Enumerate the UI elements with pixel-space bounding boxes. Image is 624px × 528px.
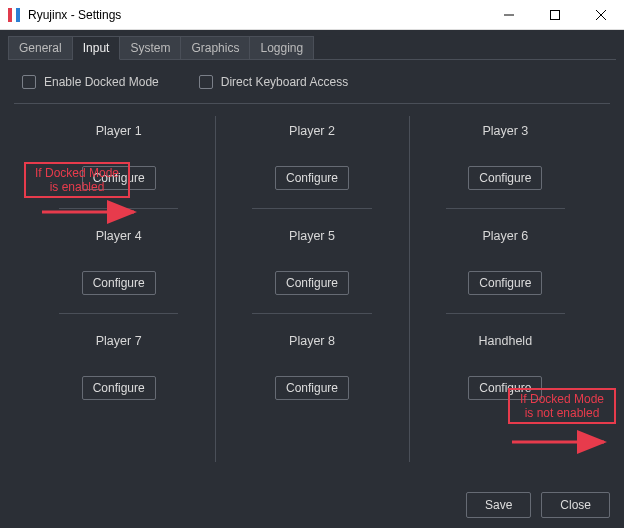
handheld-configure-button[interactable]: Configure [468,376,542,400]
player-2-configure-button[interactable]: Configure [275,166,349,190]
player-7-configure-button[interactable]: Configure [82,376,156,400]
player-3-configure-button[interactable]: Configure [468,166,542,190]
player-label: Player 3 [482,124,528,138]
player-8-configure-button[interactable]: Configure [275,376,349,400]
player-label: Player 7 [96,334,142,348]
player-label: Player 6 [482,229,528,243]
player-2-cell: Player 2 Configure [229,110,394,215]
direct-keyboard-access-checkbox[interactable]: Direct Keyboard Access [199,75,348,89]
player-label: Player 4 [96,229,142,243]
enable-docked-mode-label: Enable Docked Mode [44,75,159,89]
tab-logging[interactable]: Logging [250,36,314,60]
player-1-cell: Player 1 Configure [36,110,201,215]
svg-rect-3 [551,11,560,20]
player-1-configure-button[interactable]: Configure [82,166,156,190]
window-title: Ryujinx - Settings [28,8,121,22]
tab-system[interactable]: System [120,36,181,60]
svg-rect-0 [8,8,12,22]
svg-rect-1 [16,8,20,22]
maximize-button[interactable] [532,0,578,30]
window-titlebar: Ryujinx - Settings [0,0,624,30]
close-window-button[interactable] [578,0,624,30]
app-icon [6,7,22,23]
direct-keyboard-access-label: Direct Keyboard Access [221,75,348,89]
player-label: Handheld [479,334,533,348]
handheld-cell: Handheld Configure [423,320,588,406]
enable-docked-mode-checkbox[interactable]: Enable Docked Mode [22,75,159,89]
player-7-cell: Player 7 Configure [36,320,201,406]
player-label: Player 1 [96,124,142,138]
player-grid: Player 1 Configure Player 4 Configure Pl… [0,110,624,482]
tab-input[interactable]: Input [73,36,121,60]
player-5-configure-button[interactable]: Configure [275,271,349,295]
player-label: Player 2 [289,124,335,138]
player-6-configure-button[interactable]: Configure [468,271,542,295]
player-6-cell: Player 6 Configure [423,215,588,320]
tab-graphics[interactable]: Graphics [181,36,250,60]
player-label: Player 5 [289,229,335,243]
checkbox-icon [22,75,36,89]
settings-tabs: General Input System Graphics Logging [0,30,624,60]
minimize-button[interactable] [486,0,532,30]
player-4-configure-button[interactable]: Configure [82,271,156,295]
player-8-cell: Player 8 Configure [229,320,394,406]
player-3-cell: Player 3 Configure [423,110,588,215]
save-button[interactable]: Save [466,492,531,518]
checkbox-icon [199,75,213,89]
player-5-cell: Player 5 Configure [229,215,394,320]
player-4-cell: Player 4 Configure [36,215,201,320]
tab-general[interactable]: General [8,36,73,60]
player-label: Player 8 [289,334,335,348]
close-button[interactable]: Close [541,492,610,518]
